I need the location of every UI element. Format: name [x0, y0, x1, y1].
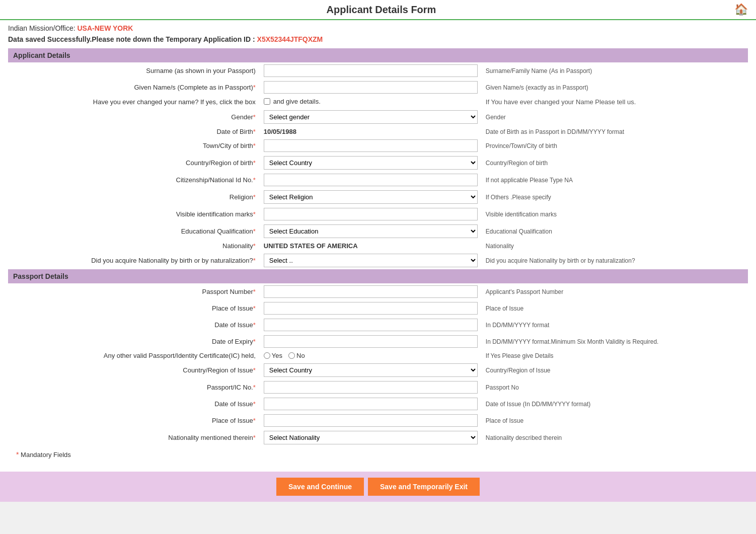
home-icon[interactable]: 🏠 — [734, 3, 748, 16]
date-issue-help: In DD/MM/YYYY format — [482, 317, 748, 333]
place-issue-input[interactable] — [264, 302, 478, 315]
place-issue-label: Place of Issue* — [8, 300, 260, 317]
place-issue-help: Place of Issue — [482, 300, 748, 317]
mission-line: Indian Mission/Office: USA-NEW YORK — [8, 24, 748, 32]
date-issue-input-cell — [260, 317, 482, 333]
date-issue2-input-cell — [260, 396, 482, 412]
education-input-cell: Select Education Below Matriculation Mat… — [260, 222, 482, 240]
other-passport-label: Any other valid Passport/Identity Certif… — [8, 350, 260, 361]
dob-value-cell: 10/05/1988 — [260, 126, 482, 137]
top-bar: Applicant Details Form 🏠 — [0, 0, 756, 20]
place-issue-input-cell — [260, 300, 482, 317]
name-change-input-cell: and give details. — [260, 96, 482, 108]
place-issue-row: Place of Issue* Place of Issue — [8, 300, 748, 317]
given-name-help: Given Name/s (exactly as in Passport) — [482, 79, 748, 96]
town-input-cell — [260, 137, 482, 154]
name-change-row: Have you ever changed your name? If yes,… — [8, 96, 748, 108]
nationality-help: Nationality — [482, 240, 748, 252]
country-issue-help: Country/Region of Issue — [482, 361, 748, 379]
nationality-therein-help: Nationality described therein — [482, 429, 748, 446]
date-expiry-row: Date of Expiry* In DD/MM/YYYY format.Min… — [8, 333, 748, 350]
app-id: X5X52344JTFQXZM — [257, 35, 323, 43]
no-text: No — [296, 352, 305, 359]
mandatory-text: Mandatory Fields — [21, 451, 71, 459]
nationality-row: Nationality* UNITED STATES OF AMERICA Na… — [8, 240, 748, 252]
visible-marks-row: Visible identification marks* Visible id… — [8, 206, 748, 222]
name-change-checkbox[interactable] — [264, 98, 270, 105]
visible-marks-input[interactable] — [264, 208, 478, 220]
town-row: Town/City of birth* Province/Town/City o… — [8, 137, 748, 154]
town-input[interactable] — [264, 139, 478, 152]
town-label: Town/City of birth* — [8, 137, 260, 154]
nationality-therein-row: Nationality mentioned therein* Select Na… — [8, 429, 748, 446]
country-issue-select[interactable]: Select Country India USA UK Other — [264, 363, 478, 377]
visible-marks-label: Visible identification marks* — [8, 206, 260, 222]
religion-select[interactable]: Select Religion Hindu Muslim Christian S… — [264, 190, 478, 204]
nationality-acquired-input-cell: Select .. By Birth By Naturalization — [260, 252, 482, 269]
education-label: Educational Qualification* — [8, 222, 260, 240]
citizenship-label: Citizenship/National Id No.* — [8, 172, 260, 188]
success-message: Data saved Successfully.Please note down… — [8, 35, 748, 43]
place-issue2-input-cell — [260, 412, 482, 429]
citizenship-input[interactable] — [264, 174, 478, 186]
passport-number-row: Passport Number* Applicant's Passport Nu… — [8, 283, 748, 300]
other-passport-row: Any other valid Passport/Identity Certif… — [8, 350, 748, 361]
date-expiry-input[interactable] — [264, 335, 478, 348]
nationality-therein-select[interactable]: Select Nationality Indian American Briti… — [264, 431, 478, 444]
page-wrapper: Applicant Details Form 🏠 Indian Mission/… — [0, 0, 756, 502]
other-passport-no-label[interactable]: No — [288, 352, 305, 359]
passport-ic-input[interactable] — [264, 381, 478, 394]
nationality-value-cell: UNITED STATES OF AMERICA — [260, 240, 482, 252]
other-passport-no-radio[interactable] — [288, 352, 295, 359]
country-issue-input-cell: Select Country India USA UK Other — [260, 361, 482, 379]
date-issue-label: Date of Issue* — [8, 317, 260, 333]
nationality-acquired-label: Did you acquire Nationality by birth or … — [8, 252, 260, 269]
place-issue2-label: Place of Issue* — [8, 412, 260, 429]
surname-input[interactable] — [264, 64, 478, 77]
save-exit-button[interactable]: Save and Temporarily Exit — [368, 478, 480, 496]
date-issue-row: Date of Issue* In DD/MM/YYYY format — [8, 317, 748, 333]
page-title: Applicant Details Form — [28, 4, 734, 16]
country-birth-select[interactable]: Select Country India USA UK Other — [264, 156, 478, 170]
surname-help: Surname/Family Name (As in Passport) — [482, 62, 748, 79]
passport-ic-input-cell — [260, 379, 482, 396]
religion-input-cell: Select Religion Hindu Muslim Christian S… — [260, 188, 482, 206]
visible-marks-help: Visible identification marks — [482, 206, 748, 222]
date-expiry-input-cell — [260, 333, 482, 350]
date-expiry-label: Date of Expiry* — [8, 333, 260, 350]
date-issue2-row: Date of Issue* Date of Issue (In DD/MM/Y… — [8, 396, 748, 412]
nationality-acquired-select[interactable]: Select .. By Birth By Naturalization — [264, 254, 478, 267]
nationality-therein-label: Nationality mentioned therein* — [8, 429, 260, 446]
date-issue2-input[interactable] — [264, 398, 478, 410]
gender-select[interactable]: Select gender Male Female Other — [264, 110, 478, 124]
other-passport-yes-label[interactable]: Yes — [264, 352, 282, 359]
passport-number-input[interactable] — [264, 285, 478, 298]
passport-details-table: Passport Number* Applicant's Passport Nu… — [8, 283, 748, 446]
education-select[interactable]: Select Education Below Matriculation Mat… — [264, 224, 478, 238]
save-continue-button[interactable]: Save and Continue — [276, 478, 364, 496]
surname-row: Surname (as shown in your Passport) Surn… — [8, 62, 748, 79]
applicant-details-table: Surname (as shown in your Passport) Surn… — [8, 62, 748, 269]
other-passport-radio-group: Yes No — [264, 352, 478, 359]
given-name-input[interactable] — [264, 81, 478, 94]
country-birth-input-cell: Select Country India USA UK Other — [260, 154, 482, 172]
date-issue-input[interactable] — [264, 319, 478, 331]
other-passport-yes-radio[interactable] — [264, 352, 270, 359]
country-issue-label: Country/Region of Issue* — [8, 361, 260, 379]
given-name-row: Given Name/s (Complete as in Passport)* … — [8, 79, 748, 96]
date-issue2-help: Date of Issue (In DD/MM/YYYY format) — [482, 396, 748, 412]
given-name-label: Given Name/s (Complete as in Passport)* — [8, 79, 260, 96]
place-issue2-help: Place of Issue — [482, 412, 748, 429]
country-issue-row: Country/Region of Issue* Select Country … — [8, 361, 748, 379]
passport-number-help: Applicant's Passport Number — [482, 283, 748, 300]
gender-row: Gender* Select gender Male Female Other … — [8, 108, 748, 126]
surname-label: Surname (as shown in your Passport) — [8, 62, 260, 79]
place-issue2-input[interactable] — [264, 414, 478, 427]
nationality-therein-input-cell: Select Nationality Indian American Briti… — [260, 429, 482, 446]
dob-label: Date of Birth* — [8, 126, 260, 137]
content-area: Indian Mission/Office: USA-NEW YORK Data… — [0, 20, 756, 467]
applicant-details-header: Applicant Details — [8, 48, 748, 62]
dob-value: 10/05/1988 — [264, 128, 296, 135]
nationality-label: Nationality* — [8, 240, 260, 252]
passport-details-header: Passport Details — [8, 269, 748, 283]
